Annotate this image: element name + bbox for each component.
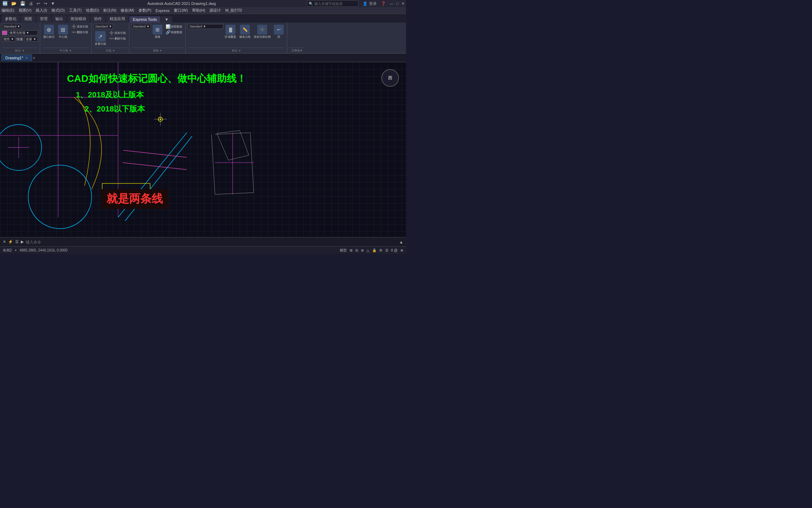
scale-list-btn[interactable]: ↩ 回	[273, 24, 285, 40]
svg-point-15	[28, 165, 92, 229]
ribbon-group-annotation-scale: 注释缩▼	[287, 23, 307, 53]
link-data-btn[interactable]: 🔗链接数据	[165, 30, 183, 35]
circle-center-btn[interactable]: ⊕ 圆心标记	[42, 24, 56, 40]
search-input[interactable]	[314, 2, 357, 6]
close-btn[interactable]: ✕	[401, 1, 405, 6]
view-compass[interactable]: 西	[381, 69, 399, 87]
table-style-dropdown[interactable]: Standard ▼	[131, 24, 151, 29]
menu-draw[interactable]: 绘图(D)	[86, 8, 99, 13]
tab-express-tools[interactable]: Express Tools	[129, 16, 160, 23]
center-line-btn[interactable]: ⊞ 中心线	[57, 24, 69, 40]
layout-tab-2[interactable]: 布局2	[3, 248, 12, 253]
cmd-close-icon[interactable]: ✕	[3, 240, 6, 244]
statusbar-menu-icon[interactable]: ☰	[385, 248, 388, 252]
search-icon: 🔍	[309, 2, 313, 6]
help-icon[interactable]: ❓	[381, 1, 386, 6]
modify-wipeout-btn[interactable]: ✏️ 修改云线	[238, 24, 252, 40]
region-cover-btn[interactable]: ▓ 区域覆盖	[224, 24, 237, 40]
undo-icon[interactable]: ↩	[36, 1, 41, 6]
add-leader-btn[interactable]: ➕添加引线	[70, 24, 89, 29]
group-label-yinxian: 引线▼	[94, 48, 127, 53]
menu-help[interactable]: 帮助(H)	[192, 8, 205, 13]
menu-edit[interactable]: 编辑(E)	[1, 8, 14, 13]
del-leader-btn[interactable]: ➖删除引线	[70, 30, 89, 35]
menu-batch-print[interactable]: M_批打印	[225, 8, 242, 13]
tab-featured[interactable]: 精选应用	[106, 15, 129, 23]
multi-leader-btn[interactable]: ↗ 多重引线	[94, 30, 107, 47]
maximize-btn[interactable]: □	[396, 1, 399, 6]
tab-addons[interactable]: 附加模块	[67, 15, 90, 23]
print-icon[interactable]: 🖨	[28, 1, 34, 6]
polar-btn[interactable]: △	[367, 248, 369, 252]
svg-point-14	[160, 119, 161, 120]
tab-manage[interactable]: 管理	[36, 15, 51, 23]
tab-output[interactable]: 输出	[52, 15, 67, 23]
quick-btn[interactable]: 快速	[17, 37, 23, 42]
ribbon-tabs: 参数化 视图 管理 输出 附加模块 协作 精选应用 Express Tools …	[0, 14, 406, 23]
color-swatch[interactable]	[2, 31, 7, 35]
model-label[interactable]: 模型	[340, 248, 347, 253]
signin-label[interactable]: 登录	[369, 1, 377, 6]
tab-more[interactable]: ▼	[161, 16, 172, 23]
add-drawing-tab-btn[interactable]: +	[33, 55, 36, 61]
svg-line-10	[123, 163, 187, 170]
cmd-menu-icon[interactable]: ☰	[15, 240, 19, 244]
ribbon-group-markup: Standard ▼ ▓ 区域覆盖 ✏️ 修改云线 ➕ 添加当前比例	[186, 23, 287, 53]
ribbon-main: Standard ▼ 使用当前项 ▼ 线性 ▼ 快速 连接 ▼ 标注▼	[0, 23, 406, 54]
menu-param[interactable]: 参数(P)	[139, 8, 152, 13]
drawing-tabs: Drawing1* ✕ +	[0, 54, 406, 62]
lock-icon[interactable]: 🔒	[372, 248, 376, 252]
signin-icon[interactable]: 👤	[363, 1, 368, 6]
menu-window[interactable]: 窗口(W)	[174, 8, 188, 13]
ribbon-group-dimstyle: Standard ▼ 使用当前项 ▼ 线性 ▼ 快速 连接 ▼ 标注▼	[0, 23, 40, 53]
quick-access-toolbar: 🆕 📂 💾 🖨 ↩ ↪ ▼ Autodesk AutoCAD 2021 Draw…	[0, 0, 406, 7]
ribbon-group-table: Standard ▼ ⊞ 表格 📊提取数据 🔗链接数据	[129, 23, 186, 53]
cmd-lightning-icon[interactable]: ⚡	[8, 240, 13, 244]
multileader-style-dropdown[interactable]: Standard ▼	[94, 24, 113, 29]
tab-view[interactable]: 视图	[21, 15, 36, 23]
menu-format[interactable]: 格式(O)	[51, 8, 65, 13]
group-label-centerline: 中心线▼	[42, 48, 89, 53]
command-input[interactable]	[26, 240, 397, 244]
minimize-btn[interactable]: —	[389, 1, 393, 6]
zoom-plus-icon[interactable]: ⊕	[400, 248, 403, 252]
tab-parameterize[interactable]: 参数化	[1, 15, 20, 23]
drawing-tab-1[interactable]: Drawing1* ✕	[1, 54, 32, 61]
ribbon-group-multileader: Standard ▼ ↗ 多重引线 ➕添加引线 ➖删除引线	[92, 23, 129, 53]
menu-tools[interactable]: 工具(T)	[69, 8, 82, 13]
status-bar: 布局2 + 4885.2865, 2446.1916, 0.0000 模型 ⊞ …	[0, 246, 406, 254]
menu-source[interactable]: 源设计	[209, 8, 221, 13]
linestyle-dropdown[interactable]: 线性 ▼	[2, 37, 15, 42]
save-icon[interactable]: 💾	[19, 1, 26, 6]
menu-modify[interactable]: 修改(M)	[121, 8, 134, 13]
canvas-area[interactable]: CAD如何快速标记圆心、做中心辅助线！ 1、2018及以上版本 2、2018以下…	[0, 62, 406, 237]
table-btn[interactable]: ⊞ 表格	[152, 24, 164, 40]
connect-dropdown[interactable]: 连接 ▼	[24, 37, 37, 42]
tab-collaborate[interactable]: 协作	[91, 15, 105, 23]
menu-dimension[interactable]: 标注(N)	[103, 8, 116, 13]
snap-toggle-btn[interactable]: ⊟	[355, 248, 358, 252]
redo-icon[interactable]: ↪	[43, 1, 48, 6]
grid-toggle-btn[interactable]: ⊞	[350, 248, 352, 252]
coordinates-display: 4885.2865, 2446.1916, 0.0000	[19, 248, 67, 252]
menu-insert[interactable]: 插入(I)	[36, 8, 47, 13]
settings-icon[interactable]: ⚙	[379, 248, 382, 252]
open-file-icon[interactable]: 📂	[10, 1, 18, 6]
cmd-expand-icon[interactable]: ▲	[399, 240, 403, 244]
search-box[interactable]: 🔍	[307, 0, 358, 7]
new-file-icon[interactable]: 🆕	[1, 1, 9, 6]
qa-dropdown-icon[interactable]: ▼	[50, 1, 56, 6]
add-leader2-btn[interactable]: ➕添加引线	[108, 30, 127, 36]
layer-dropdown[interactable]: 使用当前项 ▼	[8, 30, 38, 35]
markup-style-dropdown[interactable]: Standard ▼	[188, 24, 223, 29]
ortho-btn[interactable]: ⊕	[361, 248, 364, 252]
del-leader2-btn[interactable]: ➖删除引线	[108, 36, 127, 41]
close-drawing-tab-icon[interactable]: ✕	[25, 56, 28, 60]
menu-express[interactable]: Express	[155, 8, 170, 13]
add-scale-btn[interactable]: ➕ 添加当前比例	[253, 24, 272, 40]
add-layout-btn[interactable]: +	[15, 248, 17, 252]
menu-view[interactable]: 视图(V)	[19, 8, 32, 13]
command-line: ✕ ⚡ ☰ ▶ ▲	[0, 237, 406, 246]
dimstyle-dropdown[interactable]: Standard ▼	[2, 24, 21, 29]
extract-data-btn[interactable]: 📊提取数据	[165, 24, 183, 29]
